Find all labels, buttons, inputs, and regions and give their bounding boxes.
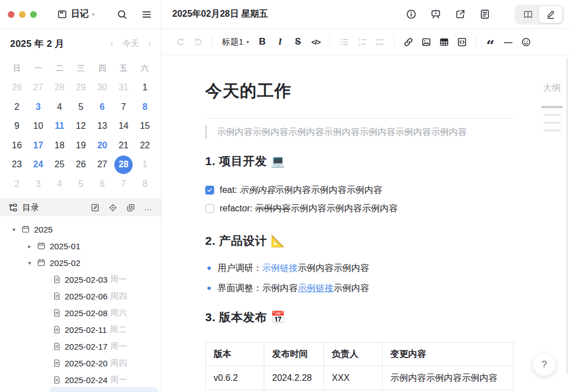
inline-link[interactable]: 示例链接 [262,263,298,273]
calendar-day[interactable]: 9 [6,117,27,136]
bullet-list-button[interactable] [335,33,353,50]
calendar-day[interactable]: 19 [70,136,91,156]
calendar-day[interactable]: 2 [6,98,27,117]
calendar-day[interactable]: 7 [113,98,134,117]
bold-button[interactable]: B [253,33,271,50]
bullet-text[interactable]: 界面调整：示例内容示例链接示例内容 [217,282,369,295]
tree-folder-2025-01[interactable]: ▸ 2025-01 [0,238,161,254]
calendar-day[interactable]: 25 [49,155,70,175]
diary-entry[interactable]: 2025-02-08 周六 [0,304,161,321]
table-cell[interactable]: XXX [324,366,383,390]
section-heading-2[interactable]: 2. 产品设计 📐 [205,233,513,249]
chevron-down-icon[interactable]: ▾ [10,226,18,233]
search-icon[interactable] [117,9,128,20]
image-button[interactable] [417,33,435,50]
link-button[interactable] [399,33,417,50]
embed-button[interactable] [453,33,471,50]
calendar-day[interactable]: 1 [134,155,156,175]
page-title[interactable]: 今天的工作 [205,80,513,101]
calendar-day[interactable]: 31 [113,78,134,98]
inline-link[interactable]: 示例链接 [298,283,333,293]
calendar-day[interactable]: 2 [6,175,27,194]
outline-rail[interactable]: 大纲 [541,83,563,132]
todo-text[interactable]: refactor: 示例内容示例内容示例内容示例内容 [220,202,398,215]
editor-canvas[interactable]: 今天的工作 示例内容示例内容示例内容示例内容示例内容示例内容示例内容 1. 项目… [162,56,571,392]
outline-item-indicator[interactable] [541,106,563,108]
info-icon[interactable] [405,8,417,20]
calendar-day[interactable]: 13 [91,117,113,136]
calendar-today-button[interactable]: 今天 [122,38,139,49]
table-cell[interactable]: 2024.2.28 [264,366,324,390]
calendar-day[interactable]: 12 [70,117,91,136]
calendar-day[interactable]: 6 [91,98,113,117]
notebook-switcher[interactable]: 日记 ▾ [57,8,95,20]
outline-item-indicator[interactable] [543,122,561,124]
outline-item-indicator[interactable] [543,114,561,116]
table-header-cell[interactable]: 版本 [206,343,264,366]
menu-icon[interactable] [141,9,152,20]
calendar-day[interactable]: 11 [49,117,70,136]
compose-icon[interactable] [90,203,100,212]
tree-folder-2025[interactable]: ▾ 2025 [0,221,161,238]
calendar-day[interactable]: 5 [70,175,91,194]
calendar-day[interactable]: 21 [113,136,134,156]
traffic-light-zoom[interactable] [30,11,37,18]
diary-entry[interactable]: 2025-02-11 周二 [0,321,161,338]
emoji-button[interactable] [517,33,535,50]
checkbox-unchecked[interactable] [205,204,214,213]
heading-style-dropdown[interactable]: 标题1 ▾ [222,37,249,47]
table-cell[interactable]: v0.6.2 [206,366,264,390]
tree-folder-2025-02[interactable]: ▾ 2025-02 [0,254,161,271]
divider-button[interactable]: — [499,33,517,50]
calendar-next-button[interactable]: › [148,39,151,49]
strikethrough-button[interactable]: S [289,33,307,50]
calendar-day[interactable]: 15 [134,117,156,136]
diary-entry[interactable]: 2025-02-24 周一 [0,371,161,388]
redo-button[interactable] [189,33,207,50]
diary-entry[interactable]: 2025-02-17 周一 [0,338,161,355]
help-button[interactable]: ? [533,354,555,376]
inline-code-button[interactable]: </> [307,33,325,50]
calendar-day[interactable]: 10 [27,117,49,136]
calendar-day[interactable]: 16 [6,136,27,156]
calendar-day[interactable]: 17 [27,136,49,156]
calendar-day[interactable]: 26 [70,155,91,175]
read-mode-button[interactable] [516,6,539,23]
calendar-day[interactable]: 4 [49,98,70,117]
calendar-day[interactable]: 14 [113,117,134,136]
calendar-day[interactable]: 27 [27,78,49,98]
calendar-day[interactable]: 22 [134,136,156,156]
scrollbar[interactable] [567,58,568,374]
bullet-text[interactable]: 用户调研：示例链接示例内容示例内容 [217,262,369,275]
diary-entry[interactable]: 2025-02-20 周四 [0,355,161,371]
traffic-light-minimize[interactable] [19,11,26,18]
calendar-day[interactable]: 23 [6,155,27,175]
calendar-day[interactable]: 7 [113,175,134,194]
table-header-cell[interactable]: 负责人 [324,343,383,366]
diary-entry[interactable]: 2025-02-03 周一 [0,271,161,288]
calendar-day[interactable]: 26 [6,78,27,98]
todo-list-button[interactable] [371,33,389,50]
calendar-day[interactable]: 20 [91,136,113,156]
calendar-day[interactable]: 29 [70,78,91,98]
chevron-down-icon[interactable]: ▾ [26,260,33,266]
calendar-day[interactable]: 5 [70,98,91,117]
numbered-list-button[interactable]: 12 [353,33,371,50]
outline-item-indicator[interactable] [543,129,561,132]
presentation-icon[interactable] [430,8,442,20]
quote-button[interactable]: “ [481,37,499,54]
duplicate-plus-icon[interactable] [126,203,136,212]
table-button[interactable] [435,33,453,50]
section-heading-1[interactable]: 1. 项目开发 💻 [205,153,513,169]
chevron-right-icon[interactable]: ▸ [26,243,33,249]
checkbox-checked[interactable] [205,186,214,195]
calendar-day-selected[interactable]: 28 [114,156,133,174]
calendar-prev-button[interactable]: ‹ [110,39,114,49]
calendar-day[interactable]: 30 [91,78,113,98]
calendar-day[interactable]: 3 [27,175,49,194]
calendar-day[interactable]: 18 [49,136,70,156]
section-heading-3[interactable]: 3. 版本发布 📅 [205,309,513,325]
undo-button[interactable] [171,33,189,50]
edit-mode-button[interactable] [539,6,562,23]
calendar-day[interactable]: 4 [49,175,70,194]
